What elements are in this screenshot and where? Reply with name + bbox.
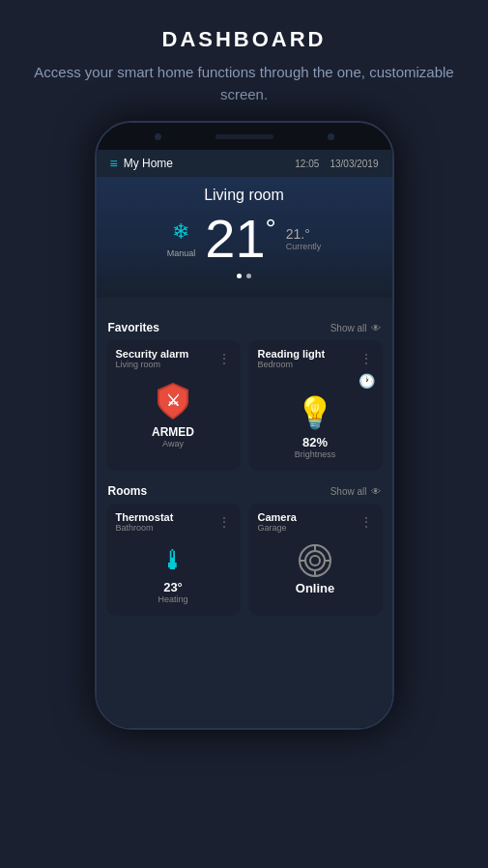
security-alarm-card[interactable]: Security alarm Living room ⋮ ⚔ ARMED Awa… bbox=[106, 340, 241, 471]
wave-separator bbox=[97, 298, 392, 315]
light-menu-icon[interactable]: ⋮ bbox=[359, 351, 373, 366]
shield-svg: ⚔ bbox=[156, 381, 190, 421]
dot-inactive bbox=[246, 274, 251, 278]
hero-section: Living room ❄ Manual 21° 21.° Currently bbox=[97, 177, 392, 298]
camera-svg-icon bbox=[299, 544, 331, 577]
temp-value: 21 bbox=[205, 208, 265, 269]
favorites-title: Favorites bbox=[108, 321, 159, 334]
temperature-display: 21° bbox=[205, 212, 276, 266]
page-subtitle: Access your smart home functions through… bbox=[29, 62, 459, 105]
thermo-title: Thermostat bbox=[116, 511, 174, 523]
snowflake-icon: ❄ bbox=[172, 219, 189, 245]
armed-label: ARMED bbox=[152, 425, 194, 439]
current-temp-value: 21.° bbox=[286, 226, 310, 242]
rooms-show-all-label: Show all bbox=[330, 486, 367, 497]
alarm-card-header: Security alarm Living room ⋮ bbox=[106, 340, 241, 373]
status-bar: ≡ My Home 12:05 13/03/2019 bbox=[97, 150, 392, 177]
light-title: Reading light bbox=[258, 348, 326, 360]
degree-sym: ° bbox=[266, 214, 276, 244]
show-all-label: Show all bbox=[330, 323, 367, 333]
camera-title: Camera bbox=[258, 511, 297, 523]
app-logo-icon: ≡ bbox=[110, 156, 118, 171]
light-card-body: 💡 82% Brightness bbox=[248, 392, 383, 471]
camera-menu-icon[interactable]: ⋮ bbox=[359, 514, 373, 530]
alarm-menu-icon[interactable]: ⋮ bbox=[217, 351, 231, 366]
alarm-card-body: ⚔ ARMED Away bbox=[106, 373, 241, 460]
manual-label: Manual bbox=[167, 248, 196, 258]
brightness-value: 82% bbox=[302, 435, 328, 449]
light-title-block: Reading light Bedroom bbox=[258, 348, 326, 369]
rooms-grid: Thermostat Bathroom ⋮ 🌡 23° Heating bbox=[106, 504, 383, 616]
alarm-title: Security alarm bbox=[116, 348, 189, 360]
dot-active bbox=[237, 274, 242, 278]
thermostat-card[interactable]: Thermostat Bathroom ⋮ 🌡 23° Heating bbox=[106, 504, 241, 616]
dots-indicator bbox=[112, 274, 377, 278]
reading-light-card[interactable]: Reading light Bedroom ⋮ 🕐 💡 82% Brightne… bbox=[248, 340, 383, 471]
time-display: 12:05 bbox=[295, 159, 319, 169]
alarm-subtitle: Living room bbox=[116, 360, 189, 369]
thermo-card-header: Thermostat Bathroom ⋮ bbox=[106, 504, 241, 536]
status-bar-left: ≡ My Home bbox=[110, 156, 174, 171]
phone-screen: ≡ My Home 12:05 13/03/2019 Living room ❄… bbox=[97, 150, 392, 728]
status-bar-right: 12:05 13/03/2019 bbox=[295, 159, 378, 169]
camera-card-header: Camera Garage ⋮ bbox=[248, 504, 383, 536]
light-subtitle: Bedroom bbox=[258, 360, 326, 369]
rooms-title: Rooms bbox=[108, 484, 148, 498]
phone-top-bar bbox=[97, 123, 392, 150]
phone-speaker bbox=[215, 134, 273, 139]
eye-icon: 👁 bbox=[371, 323, 381, 333]
thermo-menu-icon[interactable]: ⋮ bbox=[217, 514, 231, 530]
brightness-label: Brightness bbox=[295, 449, 336, 459]
svg-point-3 bbox=[310, 556, 320, 565]
svg-text:⚔: ⚔ bbox=[166, 392, 180, 409]
phone-camera-left bbox=[155, 133, 161, 140]
thermo-subtitle: Bathroom bbox=[116, 523, 174, 533]
clock-row: 🕐 bbox=[248, 373, 383, 392]
phone-camera-right bbox=[328, 133, 334, 140]
thermo-card-body: 🌡 23° Heating bbox=[106, 536, 241, 616]
home-name-label: My Home bbox=[124, 157, 173, 170]
rooms-show-all[interactable]: Show all 👁 bbox=[330, 486, 381, 497]
thermo-value: 23° bbox=[163, 580, 183, 594]
rooms-header: Rooms Show all 👁 bbox=[106, 478, 383, 504]
weather-row: ❄ Manual 21° 21.° Currently bbox=[112, 212, 377, 266]
bulb-icon: 💡 bbox=[296, 394, 334, 431]
away-label: Away bbox=[162, 439, 184, 448]
thermo-title-block: Thermostat Bathroom bbox=[116, 511, 174, 533]
room-name-label: Living room bbox=[112, 187, 377, 204]
thermometer-icon: 🌡 bbox=[159, 544, 187, 576]
svg-point-2 bbox=[305, 551, 325, 570]
manual-section: ❄ Manual bbox=[167, 219, 196, 258]
favorites-grid: Security alarm Living room ⋮ ⚔ ARMED Awa… bbox=[106, 340, 383, 471]
camera-card[interactable]: Camera Garage ⋮ bbox=[248, 504, 383, 616]
alarm-title-block: Security alarm Living room bbox=[116, 348, 189, 369]
page-title: DASHBOARD bbox=[29, 27, 459, 52]
date-display: 13/03/2019 bbox=[330, 159, 378, 169]
camera-card-body: Online bbox=[248, 536, 383, 607]
camera-title-block: Camera Garage bbox=[258, 511, 297, 533]
phone-frame: ≡ My Home 12:05 13/03/2019 Living room ❄… bbox=[95, 121, 394, 730]
current-temp-section: 21.° Currently bbox=[286, 226, 322, 251]
main-section: Favorites Show all 👁 Security alarm Livi… bbox=[97, 315, 392, 728]
clock-icon: 🕐 bbox=[359, 373, 375, 389]
page-header: DASHBOARD Access your smart home functio… bbox=[0, 0, 488, 121]
favorites-header: Favorites Show all 👁 bbox=[106, 315, 383, 340]
heating-label: Heating bbox=[158, 594, 187, 604]
currently-label: Currently bbox=[286, 242, 322, 251]
online-label: Online bbox=[296, 581, 334, 595]
rooms-eye-icon: 👁 bbox=[371, 486, 381, 497]
light-card-header: Reading light Bedroom ⋮ bbox=[248, 340, 383, 373]
favorites-show-all[interactable]: Show all 👁 bbox=[330, 323, 381, 333]
camera-subtitle: Garage bbox=[258, 523, 297, 533]
